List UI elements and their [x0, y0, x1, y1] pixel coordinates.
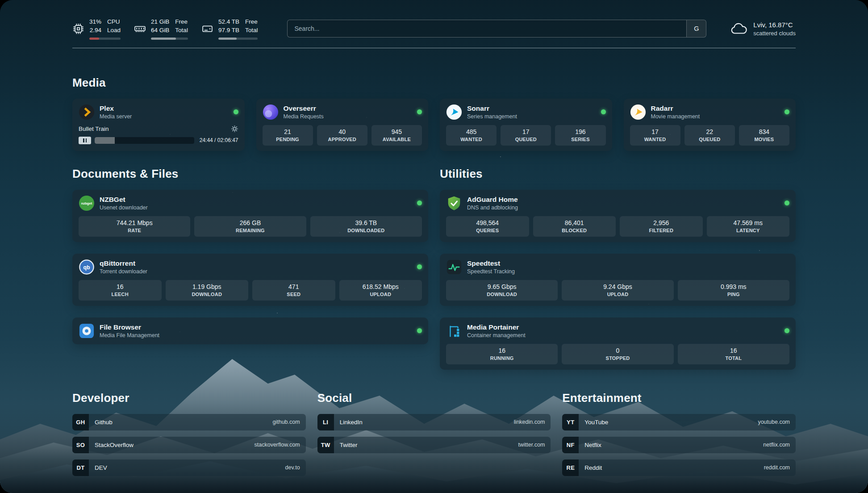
sonarr-icon	[446, 104, 462, 120]
stat-value: 16	[680, 347, 788, 355]
stat-label: SEED	[254, 292, 334, 297]
cpu-label: CPU	[107, 18, 121, 26]
stat-label: PING	[680, 292, 788, 297]
stat-value: 2,956	[622, 219, 701, 227]
stat-value: 21	[264, 128, 311, 136]
bookmark-linkedin[interactable]: LI LinkedIn linkedin.com	[317, 414, 551, 430]
disk-usage-bar-fill	[218, 38, 237, 40]
stat-rate: 744.21 Mbps RATE	[79, 216, 190, 237]
stat-value: 618.52 Mbps	[341, 283, 421, 291]
stat-label: PENDING	[264, 137, 311, 142]
bookmark-youtube[interactable]: YT YouTube youtube.com	[562, 414, 796, 430]
bookmark-abbr: YT	[562, 414, 579, 430]
status-dot	[417, 328, 422, 333]
stat-value: 16	[80, 283, 160, 291]
stat-label: AVAILABLE	[373, 137, 420, 142]
service-name: Sonarr	[467, 104, 517, 113]
stat-value: 17	[502, 128, 549, 136]
topbar: 31% 2.94 CPU Load	[72, 18, 796, 40]
bookmark-name: DEV	[95, 464, 107, 471]
disk-free-label: Free	[245, 18, 258, 26]
search-input[interactable]	[288, 20, 686, 37]
weather-location: Lviv, 16.87°C	[753, 21, 796, 29]
ram-icon	[134, 23, 146, 35]
snow-specks	[0, 0, 1, 1]
stat-value: 498,564	[448, 219, 527, 227]
playback-progress[interactable]	[95, 137, 194, 144]
stat-label: DOWNLOADED	[312, 228, 420, 234]
qbittorrent-icon: qb	[79, 259, 95, 275]
stat-value: 40	[319, 128, 366, 136]
service-name: Plex	[100, 104, 132, 113]
service-name: File Browser	[100, 323, 159, 331]
ram-total-label: Total	[175, 26, 188, 35]
stat-seed: 471 SEED	[252, 280, 335, 301]
stat-label: FILTERED	[622, 228, 701, 234]
service-card-nzbget[interactable]: nzbget NZBGet Usenet downloader 74	[72, 190, 428, 242]
stat-label: DOWNLOAD	[167, 292, 247, 297]
stat-leech: 16 LEECH	[79, 280, 162, 301]
service-card-speedtest[interactable]: Speedtest Speedtest Tracking 9.65 Gbps D…	[440, 254, 796, 306]
bookmark-abbr: TW	[317, 437, 334, 453]
service-name: qBittorrent	[100, 259, 147, 267]
service-card-filebrowser[interactable]: File Browser Media File Management	[72, 318, 428, 344]
stat-ping: 0.993 ms PING	[678, 280, 789, 301]
stat-value: 945	[373, 128, 420, 136]
stat-value: 22	[686, 128, 733, 136]
system-widget-disk: 52.4 TB 97.9 TB Free Total	[201, 18, 258, 40]
service-card-sonarr[interactable]: Sonarr Series management 485 WANTED 17 Q…	[440, 99, 612, 151]
overseerr-icon	[263, 104, 279, 120]
stat-label: QUEUED	[686, 137, 733, 142]
stat-latency: 47.569 ms LATENCY	[707, 216, 790, 237]
settings-gear-icon[interactable]	[231, 125, 238, 133]
cpu-usage-bar	[89, 38, 121, 40]
stat-label: QUEUED	[502, 137, 549, 142]
radarr-icon	[630, 104, 646, 120]
system-widget-cpu: 31% 2.94 CPU Load	[72, 18, 121, 40]
bookmark-name: LinkedIn	[340, 419, 363, 426]
service-name: Media Portainer	[467, 323, 526, 331]
service-subtitle: Movie management	[651, 113, 700, 120]
stat-label: RATE	[80, 228, 188, 234]
bookmark-twitter[interactable]: TW Twitter twitter.com	[317, 437, 551, 453]
bookmark-url: netflix.com	[763, 442, 790, 448]
service-card-radarr[interactable]: Radarr Movie management 17 WANTED 22 QUE…	[624, 99, 796, 151]
ram-free-value: 21 GiB	[151, 18, 169, 26]
stat-pending: 21 PENDING	[263, 125, 313, 146]
filebrowser-icon	[79, 323, 95, 339]
bookmark-abbr: DT	[72, 460, 89, 476]
bookmark-stackoverflow[interactable]: SO StackOverflow stackoverflow.com	[72, 437, 306, 453]
service-subtitle: Media server	[100, 113, 132, 120]
bookmark-url: linkedin.com	[514, 419, 545, 425]
bookmark-github[interactable]: GH Github github.com	[72, 414, 306, 430]
bookmark-url: twitter.com	[518, 442, 545, 448]
search-engine-button[interactable]: G	[686, 20, 706, 37]
bookmark-netflix[interactable]: NF Netflix netflix.com	[562, 437, 796, 453]
bookmark-reddit[interactable]: RE Reddit reddit.com	[562, 460, 796, 476]
stat-label: DOWNLOAD	[448, 292, 556, 297]
section-title-utilities: Utilities	[440, 167, 796, 181]
status-dot	[601, 109, 606, 114]
status-dot	[417, 201, 422, 205]
stat-value: 16	[448, 347, 556, 355]
stat-value: 744.21 Mbps	[80, 219, 188, 227]
section-title-media: Media	[72, 76, 796, 90]
bookmark-dev[interactable]: DT DEV dev.to	[72, 460, 306, 476]
service-card-overseerr[interactable]: Overseerr Media Requests 21 PENDING 40 A…	[256, 99, 429, 151]
service-subtitle: Series management	[467, 113, 517, 120]
bookmark-abbr: NF	[562, 437, 579, 453]
stat-value: 1.19 Gbps	[167, 283, 247, 291]
stat-value: 0.993 ms	[680, 283, 788, 291]
ram-total-value: 64 GiB	[151, 26, 169, 35]
pause-button[interactable]	[79, 137, 91, 144]
stat-queries: 498,564 QUERIES	[446, 216, 529, 237]
service-card-qbittorrent[interactable]: qb qBittorrent Torrent downloader	[72, 254, 428, 306]
cpu-usage-bar-fill	[89, 38, 99, 40]
stat-value: 39.6 TB	[312, 219, 420, 227]
status-dot	[234, 109, 238, 114]
service-card-adguard[interactable]: AdGuard Home DNS and adblocking 498,564 …	[440, 190, 796, 242]
stat-value: 9.24 Gbps	[563, 283, 672, 291]
service-card-portainer[interactable]: Media Portainer Container management 16 …	[440, 318, 796, 370]
service-card-plex[interactable]: Plex Media server Bullet Train	[72, 99, 245, 151]
section-title-entertainment: Entertainment	[562, 391, 796, 405]
